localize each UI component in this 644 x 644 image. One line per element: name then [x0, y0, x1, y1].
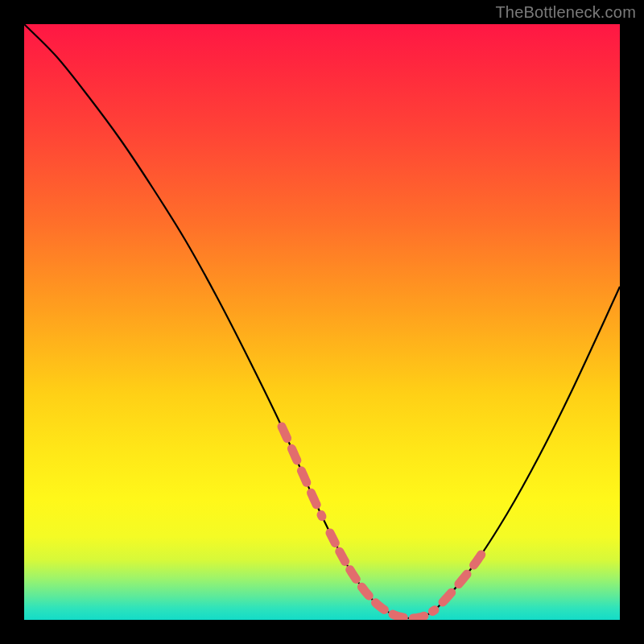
bottleneck-curve [24, 24, 620, 618]
highlight-dash-right [443, 552, 483, 602]
watermark-label: TheBottleneck.com [495, 3, 636, 22]
highlight-dash-left [282, 427, 322, 517]
highlight-dash-floor [330, 533, 435, 618]
chart-stage: TheBottleneck.com [0, 0, 644, 644]
curve-layer [24, 24, 620, 620]
plot-area [24, 24, 620, 620]
